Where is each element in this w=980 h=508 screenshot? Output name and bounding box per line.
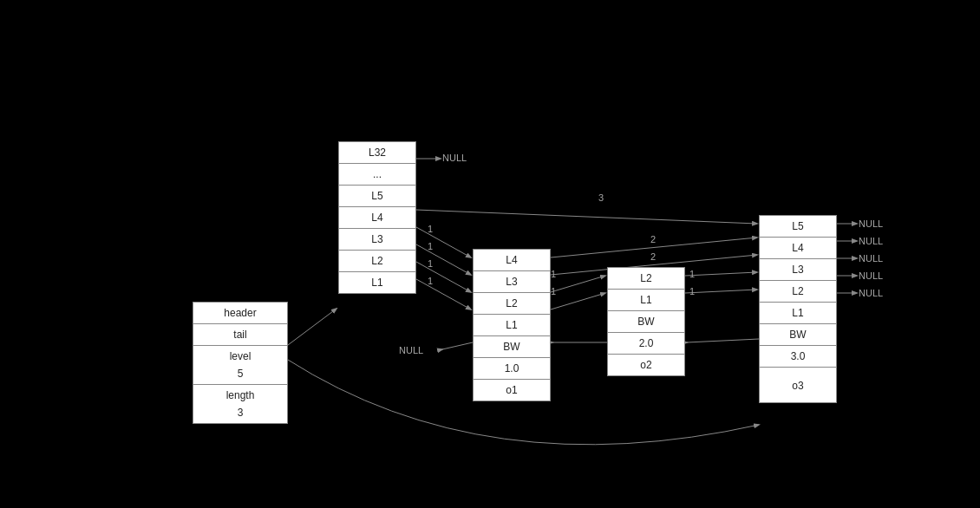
level-cell: level5: [193, 346, 287, 385]
null-label-n3-l1: NULL: [859, 288, 883, 298]
svg-line-18: [442, 342, 473, 349]
length-cell: length3: [193, 385, 287, 423]
l5-cell: L5: [339, 186, 415, 207]
null-label-n3-l5: NULL: [859, 218, 883, 229]
label-1h: 1: [428, 276, 433, 286]
label-1e: 1: [428, 224, 433, 234]
svg-line-10: [416, 279, 471, 309]
header-node: header tail level5 length3: [193, 302, 288, 424]
null-label-n3-l3: NULL: [859, 253, 883, 264]
svg-line-5: [416, 244, 471, 275]
node3-box: L5 L4 L3 L2 L1 BW 3.0 o3: [759, 215, 837, 403]
l2-cell: L2: [339, 251, 415, 272]
node1-box: L4 L3 L2 L1 BW 1.0 o1: [473, 249, 551, 401]
svg-line-12: [685, 290, 757, 293]
label-3: 3: [598, 192, 604, 203]
null-label-bw: NULL: [399, 345, 423, 355]
svg-line-9: [685, 272, 757, 276]
label-1d: 1: [689, 286, 695, 296]
svg-line-2: [416, 210, 757, 224]
ellipsis-cell: ...: [339, 164, 415, 186]
null-label-l32: NULL: [442, 153, 467, 163]
label-2a: 2: [650, 234, 656, 244]
label-1c: 1: [689, 269, 695, 279]
main-tower: L32 ... L5 L4 L3 L2 L1: [338, 141, 416, 294]
tail-cell: tail: [193, 324, 287, 346]
null-label-n3-l2: NULL: [859, 270, 883, 281]
label-1a: 1: [551, 269, 556, 279]
svg-line-3: [416, 227, 471, 257]
svg-line-7: [416, 262, 471, 292]
node2-box: L2 L1 BW 2.0 o2: [607, 267, 685, 376]
svg-line-20: [687, 339, 759, 342]
l32-cell: L32: [339, 142, 415, 164]
label-1b: 1: [551, 286, 556, 296]
l1-cell: L1: [339, 272, 415, 293]
l3-cell: L3: [339, 229, 415, 251]
null-label-n3-l4: NULL: [859, 236, 883, 246]
label-1g: 1: [428, 258, 433, 269]
label-1f: 1: [428, 241, 433, 251]
svg-line-0: [288, 309, 336, 345]
l4-cell: L4: [339, 207, 415, 229]
svg-line-11: [551, 293, 605, 309]
label-2b: 2: [650, 251, 656, 262]
header-cell: header: [193, 303, 287, 324]
diagram-canvas: header tail level5 length3 L32 ... L5 L4…: [0, 0, 980, 508]
svg-line-8: [551, 276, 605, 292]
